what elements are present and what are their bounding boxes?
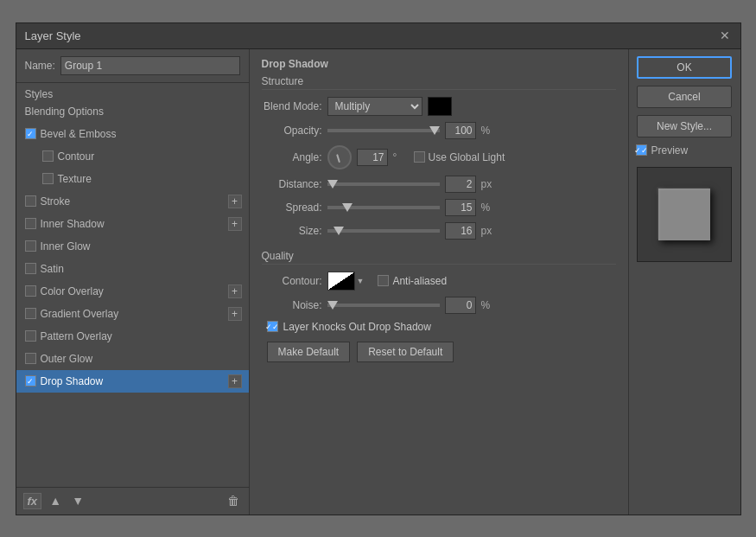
right-panel: OK Cancel New Style... ✓ Preview — [628, 49, 740, 515]
use-global-light-checkbox[interactable] — [414, 151, 425, 163]
color-overlay-checkbox[interactable] — [25, 285, 36, 297]
cancel-button[interactable]: Cancel — [637, 86, 732, 108]
pattern-overlay-label: Pattern Overlay — [41, 330, 112, 342]
drop-shadow-plus-button[interactable]: + — [228, 374, 242, 388]
distance-unit: px — [481, 178, 497, 190]
gradient-overlay-plus-button[interactable]: + — [228, 307, 242, 321]
contour-arrow[interactable]: ▼ — [357, 277, 365, 285]
noise-label: Noise: — [262, 299, 322, 311]
anti-alias-checkbox[interactable] — [378, 275, 389, 286]
anti-alias-label: Anti-aliased — [392, 275, 447, 287]
bevel-checkbox[interactable] — [25, 128, 36, 139]
knockout-checkbox[interactable]: ✓ — [267, 321, 278, 332]
angle-dial[interactable] — [327, 145, 352, 169]
gradient-overlay-label: Gradient Overlay — [41, 308, 119, 320]
satin-checkbox[interactable] — [25, 263, 36, 274]
dialog-title: Layer Style — [25, 29, 81, 42]
noise-input[interactable] — [445, 297, 476, 314]
blending-options-label: Blending Options — [16, 104, 249, 121]
angle-input[interactable] — [357, 149, 388, 166]
spread-slider[interactable] — [327, 206, 440, 209]
opacity-input[interactable] — [445, 122, 476, 139]
noise-slider[interactable] — [327, 304, 440, 307]
spread-label: Spread: — [262, 201, 322, 214]
outer-glow-label: Outer Glow — [41, 353, 93, 365]
shadow-color-swatch[interactable] — [428, 97, 452, 116]
contour-checkbox[interactable] — [42, 150, 54, 162]
layer-style-dialog: Layer Style ✕ Name: Styles Blending Opti… — [16, 22, 741, 515]
angle-unit: ° — [393, 151, 409, 163]
blend-mode-row: Blend Mode: Multiply Normal Screen Overl… — [262, 97, 616, 116]
drop-shadow-label: Drop Shadow — [41, 375, 104, 387]
layer-item-inner-shadow[interactable]: Inner Shadow + — [16, 213, 249, 235]
layer-item-color-overlay[interactable]: Color Overlay + — [16, 280, 249, 303]
opacity-unit: % — [481, 125, 497, 137]
move-down-button[interactable]: ▼ — [69, 492, 86, 509]
distance-input[interactable] — [445, 176, 476, 193]
inner-glow-label: Inner Glow — [41, 240, 91, 253]
layer-item-stroke[interactable]: Stroke + — [16, 190, 249, 213]
blend-mode-label: Blend Mode: — [262, 100, 322, 112]
use-global-light-label: Use Global Light — [429, 151, 505, 163]
layer-item-drop-shadow[interactable]: Drop Shadow + — [16, 370, 249, 393]
distance-slider[interactable] — [327, 182, 440, 186]
fx-button[interactable]: fx — [23, 493, 42, 509]
opacity-slider[interactable] — [327, 129, 440, 132]
noise-unit: % — [481, 299, 497, 311]
move-up-button[interactable]: ▲ — [47, 492, 64, 509]
preview-row: ✓ Preview — [636, 144, 689, 157]
layer-item-contour[interactable]: Contour — [16, 145, 249, 168]
spread-row: Spread: % — [262, 199, 616, 216]
new-style-button[interactable]: New Style... — [637, 115, 732, 137]
spread-input[interactable] — [445, 199, 476, 216]
quality-section: Quality Contour: ▼ Anti-aliased Noise: — [262, 250, 616, 314]
layer-item-gradient-overlay[interactable]: Gradient Overlay + — [16, 303, 249, 325]
layer-item-outer-glow[interactable]: Outer Glow — [16, 348, 249, 370]
gradient-overlay-checkbox[interactable] — [25, 308, 36, 319]
layer-item-satin[interactable]: Satin — [16, 258, 249, 280]
noise-slider-container — [327, 304, 440, 307]
contour-select[interactable]: ▼ — [327, 272, 365, 291]
layer-list: Bevel & Emboss Contour Texture Stroke + — [16, 121, 249, 487]
stroke-plus-button[interactable]: + — [228, 195, 242, 208]
close-button[interactable]: ✕ — [718, 29, 732, 42]
inner-glow-checkbox[interactable] — [25, 240, 36, 252]
name-input[interactable] — [60, 56, 240, 75]
delete-button[interactable]: 🗑 — [225, 492, 242, 509]
blend-mode-select[interactable]: Multiply Normal Screen Overlay — [327, 97, 422, 116]
inner-shadow-label: Inner Shadow — [41, 218, 105, 230]
left-panel: Name: Styles Blending Options Bevel & Em… — [16, 49, 250, 515]
pattern-overlay-checkbox[interactable] — [25, 330, 36, 342]
reset-to-default-button[interactable]: Reset to Default — [357, 342, 454, 362]
satin-label: Satin — [41, 263, 64, 275]
layer-item-inner-glow[interactable]: Inner Glow — [16, 235, 249, 258]
noise-row: Noise: % — [262, 297, 616, 314]
contour-swatch[interactable] — [327, 272, 355, 291]
name-label: Name: — [25, 60, 55, 72]
layer-item-pattern-overlay[interactable]: Pattern Overlay — [16, 325, 249, 348]
name-row: Name: — [16, 49, 249, 83]
size-slider-container — [327, 229, 440, 233]
buttons-row: Make Default Reset to Default — [262, 342, 616, 362]
color-overlay-plus-button[interactable]: + — [228, 284, 242, 298]
size-slider[interactable] — [327, 229, 440, 233]
texture-checkbox[interactable] — [42, 173, 54, 184]
angle-row: Angle: ° Use Global Light — [262, 145, 616, 169]
layer-item-texture[interactable]: Texture — [16, 168, 249, 190]
drop-shadow-checkbox[interactable] — [25, 375, 36, 387]
stroke-checkbox[interactable] — [25, 195, 36, 207]
preview-shape — [654, 184, 715, 245]
outer-glow-checkbox[interactable] — [25, 353, 36, 364]
ok-button[interactable]: OK — [637, 56, 732, 79]
layer-item-bevel[interactable]: Bevel & Emboss — [16, 123, 249, 145]
opacity-slider-container — [327, 129, 440, 132]
contour-label: Contour — [58, 150, 95, 163]
preview-checkbox[interactable]: ✓ — [636, 144, 647, 156]
knockout-label: Layer Knocks Out Drop Shadow — [283, 321, 431, 333]
inner-shadow-plus-button[interactable]: + — [228, 217, 242, 231]
opacity-label: Opacity: — [262, 125, 322, 137]
make-default-button[interactable]: Make Default — [267, 342, 351, 362]
inner-shadow-checkbox[interactable] — [25, 218, 36, 229]
center-panel: Drop Shadow Structure Blend Mode: Multip… — [250, 49, 628, 515]
size-input[interactable] — [445, 222, 476, 240]
